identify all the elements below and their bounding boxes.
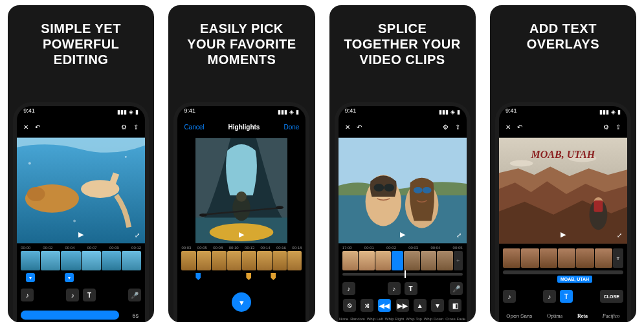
add-highlight-button[interactable]: ▾ bbox=[232, 292, 251, 312]
undo-icon[interactable]: ↶ bbox=[357, 124, 362, 131]
status-time: 9:41 bbox=[345, 107, 357, 116]
clip-thumb[interactable] bbox=[375, 251, 392, 270]
text-button[interactable]: T bbox=[83, 289, 96, 301]
preview-scene-underwater bbox=[17, 137, 145, 244]
done-button[interactable]: Done bbox=[283, 124, 299, 131]
timeline-filmstrip[interactable] bbox=[21, 251, 141, 270]
cancel-button[interactable]: Cancel bbox=[184, 124, 204, 131]
mic-button[interactable]: 🎤 bbox=[450, 282, 463, 295]
clip-thumb[interactable] bbox=[197, 251, 211, 270]
close-icon[interactable]: ✕ bbox=[345, 124, 350, 131]
transition-whip-left-button[interactable]: ◀◀ bbox=[378, 299, 391, 312]
music-button[interactable]: ♪ bbox=[21, 289, 34, 301]
clip-thumb[interactable] bbox=[342, 251, 359, 270]
clip-thumb[interactable] bbox=[558, 248, 575, 268]
text-clip-icon[interactable]: T bbox=[613, 248, 623, 268]
clip-thumb[interactable] bbox=[595, 248, 612, 268]
transition-random-button[interactable]: ⤭ bbox=[361, 299, 373, 312]
text-button[interactable]: T bbox=[560, 290, 573, 303]
undo-icon[interactable]: ↶ bbox=[35, 124, 40, 131]
transition-whip-right-button[interactable]: ▶▶ bbox=[396, 299, 409, 312]
clip-thumb[interactable] bbox=[21, 251, 40, 270]
clip-thumb[interactable] bbox=[404, 251, 420, 270]
highlight-mark-icon[interactable]: ▾ bbox=[65, 273, 74, 282]
clip-thumb[interactable] bbox=[227, 251, 241, 270]
clip-thumb[interactable] bbox=[242, 251, 256, 270]
settings-icon[interactable]: ⚙ bbox=[603, 124, 609, 131]
transition-crossfade-button[interactable]: ◧ bbox=[449, 299, 461, 312]
timeline-filmstrip[interactable]: + bbox=[342, 251, 463, 270]
clip-thumb[interactable] bbox=[540, 248, 557, 268]
clip-thumb[interactable] bbox=[61, 251, 80, 270]
clip-thumb[interactable] bbox=[421, 251, 437, 270]
music-button[interactable]: ♪ bbox=[503, 290, 516, 303]
text-overlay[interactable]: MOAB, UTAH bbox=[499, 149, 627, 160]
share-icon[interactable]: ⇪ bbox=[616, 124, 621, 131]
clip-thumb[interactable] bbox=[41, 251, 60, 270]
timeline-filmstrip[interactable]: T bbox=[503, 248, 623, 268]
font-option[interactable]: Optima bbox=[547, 313, 562, 319]
music-button[interactable]: ♪ bbox=[388, 282, 401, 295]
clip-thumb[interactable] bbox=[437, 251, 453, 270]
music-button[interactable]: ♪ bbox=[342, 282, 355, 295]
screenshot-panel-3: SPLICE TOGETHER YOUR VIDEO CLIPS 9:41 ▮▮… bbox=[329, 5, 476, 322]
transition-none-button[interactable]: ⦸ bbox=[343, 299, 356, 312]
font-option[interactable]: Pacifico bbox=[603, 313, 620, 319]
video-preview[interactable]: MOAB, UTAH ▶ ⤢ bbox=[499, 137, 627, 244]
tc: 00:04 bbox=[65, 246, 75, 250]
clip-thumb[interactable] bbox=[272, 251, 287, 270]
font-option[interactable]: Open Sans bbox=[506, 313, 532, 319]
close-icon[interactable]: ✕ bbox=[23, 124, 28, 131]
transition-thumb[interactable] bbox=[392, 251, 403, 270]
play-icon[interactable]: ▶ bbox=[400, 230, 405, 239]
music-button[interactable]: ♪ bbox=[543, 290, 556, 303]
video-preview[interactable]: ▶ bbox=[195, 137, 287, 244]
clip-thumb[interactable] bbox=[181, 251, 195, 270]
video-preview[interactable]: ▶ ⤢ bbox=[17, 137, 145, 244]
close-text-button[interactable]: CLOSE bbox=[600, 290, 623, 303]
expand-icon[interactable]: ⤢ bbox=[135, 232, 140, 239]
clip-thumb[interactable] bbox=[102, 251, 121, 270]
transition-whip-top-button[interactable]: ▲ bbox=[414, 299, 427, 312]
timeline-filmstrip[interactable] bbox=[181, 251, 302, 270]
expand-icon[interactable]: ⤢ bbox=[456, 232, 461, 239]
text-button[interactable]: T bbox=[405, 282, 417, 295]
play-icon[interactable]: ▶ bbox=[78, 230, 83, 239]
clip-thumb[interactable] bbox=[359, 251, 375, 270]
expand-icon[interactable]: ⤢ bbox=[617, 232, 622, 239]
text-track[interactable] bbox=[503, 270, 623, 274]
mic-button[interactable]: 🎤 bbox=[128, 289, 141, 301]
text-overlay-chip[interactable]: MOAB, UTAH bbox=[557, 276, 592, 283]
video-preview[interactable]: ▶ ⤢ bbox=[339, 137, 467, 244]
font-picker[interactable]: Open Sans Optima Reta Pacifico bbox=[499, 311, 627, 321]
bookmark-icon[interactable] bbox=[246, 273, 251, 280]
add-clip-button[interactable]: + bbox=[454, 251, 463, 270]
music-button[interactable]: ♪ bbox=[66, 289, 79, 301]
transition-whip-down-button[interactable]: ▼ bbox=[431, 299, 444, 312]
clip-thumb[interactable] bbox=[82, 251, 101, 270]
bookmark-icon[interactable] bbox=[195, 273, 201, 280]
settings-icon[interactable]: ⚙ bbox=[121, 124, 127, 131]
clip-thumb[interactable] bbox=[122, 251, 141, 270]
undo-icon[interactable]: ↶ bbox=[517, 124, 522, 131]
signal-icon: ▮▮▮ bbox=[599, 109, 609, 115]
highlight-mark-icon[interactable]: ▾ bbox=[26, 273, 35, 282]
scrub-track[interactable] bbox=[342, 273, 463, 276]
play-icon[interactable]: ▶ bbox=[239, 230, 244, 239]
clip-thumb[interactable] bbox=[503, 248, 520, 268]
clip-thumb[interactable] bbox=[212, 251, 226, 270]
font-option-selected[interactable]: Reta bbox=[577, 313, 588, 319]
share-icon[interactable]: ⇪ bbox=[133, 124, 139, 131]
settings-icon[interactable]: ⚙ bbox=[443, 124, 449, 131]
clip-thumb[interactable] bbox=[576, 248, 594, 268]
play-icon[interactable]: ▶ bbox=[561, 230, 566, 239]
duration-slider[interactable] bbox=[21, 311, 119, 320]
clip-thumb[interactable] bbox=[257, 251, 271, 270]
playhead-icon[interactable] bbox=[405, 270, 406, 278]
share-icon[interactable]: ⇪ bbox=[455, 124, 460, 131]
bookmark-icon[interactable] bbox=[271, 273, 276, 280]
clip-thumb[interactable] bbox=[521, 248, 539, 268]
clip-thumb[interactable] bbox=[287, 251, 302, 270]
phone-notch bbox=[531, 106, 595, 118]
close-icon[interactable]: ✕ bbox=[505, 124, 511, 131]
